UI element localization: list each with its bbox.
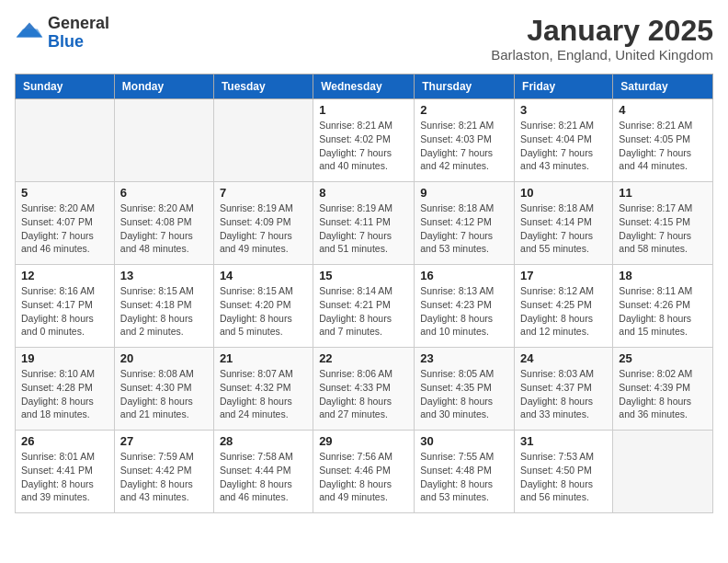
day-number: 17 bbox=[520, 269, 607, 282]
header-day-sunday: Sunday bbox=[16, 75, 115, 99]
day-info: Sunrise: 8:11 AM Sunset: 4:26 PM Dayligh… bbox=[619, 284, 707, 339]
day-info: Sunrise: 8:21 AM Sunset: 4:03 PM Dayligh… bbox=[420, 119, 508, 173]
day-number: 23 bbox=[420, 351, 508, 365]
week-row-3: 12Sunrise: 8:16 AM Sunset: 4:17 PM Dayli… bbox=[16, 265, 713, 348]
day-info: Sunrise: 8:15 AM Sunset: 4:20 PM Dayligh… bbox=[220, 284, 307, 339]
calendar-cell: 1Sunrise: 8:21 AM Sunset: 4:02 PM Daylig… bbox=[313, 99, 415, 182]
day-info: Sunrise: 8:19 AM Sunset: 4:11 PM Dayligh… bbox=[319, 201, 408, 256]
day-info: Sunrise: 7:56 AM Sunset: 4:46 PM Dayligh… bbox=[319, 450, 408, 504]
week-row-2: 5Sunrise: 8:20 AM Sunset: 4:07 PM Daylig… bbox=[16, 182, 713, 265]
header-day-saturday: Saturday bbox=[613, 75, 713, 99]
header-day-monday: Monday bbox=[114, 75, 213, 99]
logo-blue-text: Blue bbox=[48, 33, 109, 52]
day-number: 6 bbox=[120, 186, 208, 200]
header-day-thursday: Thursday bbox=[415, 75, 515, 99]
day-info: Sunrise: 8:20 AM Sunset: 4:07 PM Dayligh… bbox=[21, 201, 108, 256]
day-info: Sunrise: 7:55 AM Sunset: 4:48 PM Dayligh… bbox=[420, 450, 508, 504]
calendar-cell: 28Sunrise: 7:58 AM Sunset: 4:44 PM Dayli… bbox=[213, 431, 313, 513]
day-info: Sunrise: 8:14 AM Sunset: 4:21 PM Dayligh… bbox=[319, 284, 408, 339]
day-number: 4 bbox=[619, 103, 707, 117]
calendar-cell: 6Sunrise: 8:20 AM Sunset: 4:08 PM Daylig… bbox=[114, 182, 213, 265]
day-info: Sunrise: 8:21 AM Sunset: 4:05 PM Dayligh… bbox=[619, 119, 707, 173]
day-info: Sunrise: 7:58 AM Sunset: 4:44 PM Dayligh… bbox=[220, 450, 307, 504]
week-row-1: 1Sunrise: 8:21 AM Sunset: 4:02 PM Daylig… bbox=[16, 99, 713, 182]
calendar-cell: 17Sunrise: 8:12 AM Sunset: 4:25 PM Dayli… bbox=[515, 265, 613, 348]
calendar-cell: 4Sunrise: 8:21 AM Sunset: 4:05 PM Daylig… bbox=[613, 99, 713, 182]
calendar-cell: 9Sunrise: 8:18 AM Sunset: 4:12 PM Daylig… bbox=[415, 182, 515, 265]
day-info: Sunrise: 8:12 AM Sunset: 4:25 PM Dayligh… bbox=[520, 284, 607, 339]
header-day-tuesday: Tuesday bbox=[213, 75, 313, 99]
logo-general-text: General bbox=[48, 15, 109, 33]
day-number: 22 bbox=[319, 351, 408, 365]
location-text: Barlaston, England, United Kingdom bbox=[491, 47, 713, 63]
day-number: 14 bbox=[220, 269, 307, 282]
calendar-cell: 25Sunrise: 8:02 AM Sunset: 4:39 PM Dayli… bbox=[613, 348, 713, 431]
calendar-cell: 29Sunrise: 7:56 AM Sunset: 4:46 PM Dayli… bbox=[313, 431, 415, 513]
day-number: 30 bbox=[420, 434, 508, 448]
day-number: 20 bbox=[120, 351, 208, 365]
day-number: 8 bbox=[319, 186, 408, 200]
day-info: Sunrise: 8:02 AM Sunset: 4:39 PM Dayligh… bbox=[619, 367, 707, 421]
day-number: 27 bbox=[120, 434, 208, 448]
calendar-cell: 22Sunrise: 8:06 AM Sunset: 4:33 PM Dayli… bbox=[313, 348, 415, 431]
day-info: Sunrise: 8:06 AM Sunset: 4:33 PM Dayligh… bbox=[319, 367, 408, 421]
calendar-cell: 8Sunrise: 8:19 AM Sunset: 4:11 PM Daylig… bbox=[313, 182, 415, 265]
header-day-wednesday: Wednesday bbox=[313, 75, 415, 99]
day-number: 5 bbox=[21, 186, 108, 200]
day-number: 26 bbox=[21, 434, 108, 448]
header-day-friday: Friday bbox=[515, 75, 613, 99]
day-number: 24 bbox=[520, 351, 607, 365]
day-info: Sunrise: 8:10 AM Sunset: 4:28 PM Dayligh… bbox=[21, 367, 108, 421]
page-header: General Blue January 2025 Barlaston, Eng… bbox=[15, 15, 713, 63]
week-row-5: 26Sunrise: 8:01 AM Sunset: 4:41 PM Dayli… bbox=[16, 431, 713, 513]
calendar-body: 1Sunrise: 8:21 AM Sunset: 4:02 PM Daylig… bbox=[16, 99, 713, 513]
day-info: Sunrise: 8:05 AM Sunset: 4:35 PM Dayligh… bbox=[420, 367, 508, 421]
calendar-cell: 14Sunrise: 8:15 AM Sunset: 4:20 PM Dayli… bbox=[213, 265, 313, 348]
calendar-cell: 2Sunrise: 8:21 AM Sunset: 4:03 PM Daylig… bbox=[415, 99, 515, 182]
calendar-cell: 3Sunrise: 8:21 AM Sunset: 4:04 PM Daylig… bbox=[515, 99, 613, 182]
calendar-table: SundayMondayTuesdayWednesdayThursdayFrid… bbox=[15, 74, 713, 513]
calendar-cell: 5Sunrise: 8:20 AM Sunset: 4:07 PM Daylig… bbox=[16, 182, 115, 265]
day-info: Sunrise: 7:59 AM Sunset: 4:42 PM Dayligh… bbox=[120, 450, 208, 504]
calendar-header: SundayMondayTuesdayWednesdayThursdayFrid… bbox=[16, 75, 713, 99]
calendar-cell bbox=[114, 99, 213, 182]
day-number: 31 bbox=[520, 434, 607, 448]
calendar-cell: 30Sunrise: 7:55 AM Sunset: 4:48 PM Dayli… bbox=[415, 431, 515, 513]
day-number: 16 bbox=[420, 269, 508, 282]
day-number: 3 bbox=[520, 103, 607, 117]
day-info: Sunrise: 8:07 AM Sunset: 4:32 PM Dayligh… bbox=[220, 367, 307, 421]
day-info: Sunrise: 8:20 AM Sunset: 4:08 PM Dayligh… bbox=[120, 201, 208, 256]
calendar-cell: 24Sunrise: 8:03 AM Sunset: 4:37 PM Dayli… bbox=[515, 348, 613, 431]
calendar-cell: 7Sunrise: 8:19 AM Sunset: 4:09 PM Daylig… bbox=[213, 182, 313, 265]
day-info: Sunrise: 8:08 AM Sunset: 4:30 PM Dayligh… bbox=[120, 367, 208, 421]
calendar-cell bbox=[213, 99, 313, 182]
day-info: Sunrise: 8:17 AM Sunset: 4:15 PM Dayligh… bbox=[619, 201, 707, 256]
day-info: Sunrise: 8:01 AM Sunset: 4:41 PM Dayligh… bbox=[21, 450, 108, 504]
calendar-cell: 27Sunrise: 7:59 AM Sunset: 4:42 PM Dayli… bbox=[114, 431, 213, 513]
calendar-cell: 20Sunrise: 8:08 AM Sunset: 4:30 PM Dayli… bbox=[114, 348, 213, 431]
day-number: 18 bbox=[619, 269, 707, 282]
calendar-cell: 23Sunrise: 8:05 AM Sunset: 4:35 PM Dayli… bbox=[415, 348, 515, 431]
calendar-cell: 26Sunrise: 8:01 AM Sunset: 4:41 PM Dayli… bbox=[16, 431, 115, 513]
day-number: 15 bbox=[319, 269, 408, 282]
day-info: Sunrise: 8:21 AM Sunset: 4:04 PM Dayligh… bbox=[520, 119, 607, 173]
week-row-4: 19Sunrise: 8:10 AM Sunset: 4:28 PM Dayli… bbox=[16, 348, 713, 431]
month-title: January 2025 bbox=[491, 15, 713, 47]
calendar-cell bbox=[16, 99, 115, 182]
day-number: 2 bbox=[420, 103, 508, 117]
day-info: Sunrise: 8:19 AM Sunset: 4:09 PM Dayligh… bbox=[220, 201, 307, 256]
calendar-cell: 15Sunrise: 8:14 AM Sunset: 4:21 PM Dayli… bbox=[313, 265, 415, 348]
calendar-cell: 13Sunrise: 8:15 AM Sunset: 4:18 PM Dayli… bbox=[114, 265, 213, 348]
calendar-cell: 31Sunrise: 7:53 AM Sunset: 4:50 PM Dayli… bbox=[515, 431, 613, 513]
day-info: Sunrise: 8:16 AM Sunset: 4:17 PM Dayligh… bbox=[21, 284, 108, 339]
day-number: 13 bbox=[120, 269, 208, 282]
calendar-cell: 21Sunrise: 8:07 AM Sunset: 4:32 PM Dayli… bbox=[213, 348, 313, 431]
calendar-cell: 10Sunrise: 8:18 AM Sunset: 4:14 PM Dayli… bbox=[515, 182, 613, 265]
calendar-cell: 16Sunrise: 8:13 AM Sunset: 4:23 PM Dayli… bbox=[415, 265, 515, 348]
day-number: 1 bbox=[319, 103, 408, 117]
logo: General Blue bbox=[15, 15, 109, 52]
day-number: 9 bbox=[420, 186, 508, 200]
day-info: Sunrise: 8:13 AM Sunset: 4:23 PM Dayligh… bbox=[420, 284, 508, 339]
day-number: 7 bbox=[220, 186, 307, 200]
day-number: 19 bbox=[21, 351, 108, 365]
